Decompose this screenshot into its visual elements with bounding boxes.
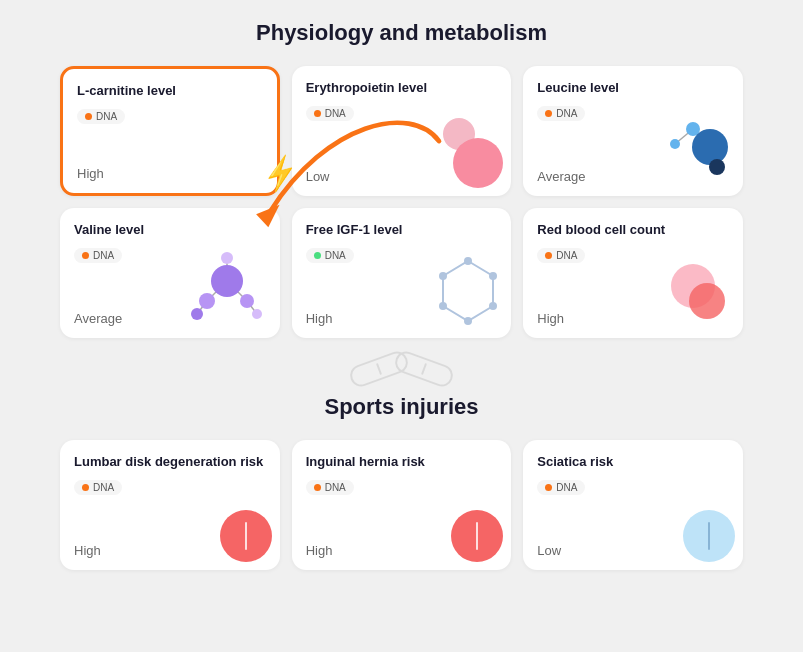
card-sciatica[interactable]: Sciatica risk DNA Low [523,440,743,570]
status-valine: Average [74,311,122,326]
pill-icon-2 [392,348,456,389]
badge-rbc: DNA [537,248,585,263]
dna-dot-inguinal-hernia [314,484,321,491]
svg-point-6 [709,159,725,175]
card-lumbar-disk[interactable]: Lumbar disk degeneration risk DNA High [60,440,280,570]
svg-point-15 [221,252,233,264]
svg-point-23 [439,302,447,310]
card-erythropoietin[interactable]: Erythropoietin level DNA Low [292,66,512,196]
section-title-sports: Sports injuries [60,394,743,420]
svg-point-21 [489,302,497,310]
svg-point-17 [252,309,262,319]
illustration-erythropoietin [433,118,503,188]
status-lumbar-disk: High [74,543,101,558]
card-title-l-carnitine: L-carnitine level [77,83,263,98]
svg-point-13 [199,293,215,309]
card-free-igf1[interactable]: Free IGF-1 level DNA High [292,208,512,338]
svg-marker-18 [443,261,493,321]
dna-dot-erythropoietin [314,110,321,117]
badge-sciatica: DNA [537,480,585,495]
dna-dot-sciatica [545,484,552,491]
card-title-sciatica: Sciatica risk [537,454,729,469]
badge-lumbar-disk: DNA [74,480,122,495]
card-leucine[interactable]: Leucine level DNA Average [523,66,743,196]
illustration-sciatica [683,510,735,562]
dna-dot-rbc [545,252,552,259]
dna-dot-valine [82,252,89,259]
card-title-valine: Valine level [74,222,266,237]
card-title-rbc: Red blood cell count [537,222,729,237]
svg-point-16 [191,308,203,320]
illustration-lumbar-disk [220,510,272,562]
badge-free-igf1: DNA [306,248,354,263]
card-valine[interactable]: Valine level DNA Average [60,208,280,338]
dna-dot-leucine [545,110,552,117]
status-rbc: High [537,311,564,326]
badge-inguinal-hernia: DNA [306,480,354,495]
card-title-erythropoietin: Erythropoietin level [306,80,498,95]
illustration-inguinal-hernia [451,510,503,562]
status-l-carnitine: High [77,166,104,181]
svg-point-19 [464,257,472,265]
physiology-cards-wrapper: L-carnitine level DNA High Erythropoieti… [60,66,743,338]
card-title-lumbar-disk: Lumbar disk degeneration risk [74,454,266,469]
badge-erythropoietin: DNA [306,106,354,121]
card-l-carnitine[interactable]: L-carnitine level DNA High [60,66,280,196]
status-sciatica: Low [537,543,561,558]
dna-dot-l-carnitine [85,113,92,120]
physiology-grid: L-carnitine level DNA High Erythropoieti… [60,66,743,338]
dna-dot-free-igf1 [314,252,321,259]
svg-point-22 [464,317,472,325]
status-free-igf1: High [306,311,333,326]
illustration-rbc [655,256,735,330]
illustration-leucine [655,109,735,188]
illustration-valine [182,246,272,330]
svg-point-4 [692,129,728,165]
card-rbc[interactable]: Red blood cell count DNA High [523,208,743,338]
card-title-inguinal-hernia: Inguinal hernia risk [306,454,498,469]
badge-leucine: DNA [537,106,585,121]
section-title-physiology: Physiology and metabolism [60,20,743,46]
illustration-free-igf1 [433,256,503,330]
card-title-leucine: Leucine level [537,80,729,95]
card-inguinal-hernia[interactable]: Inguinal hernia risk DNA High [292,440,512,570]
svg-point-24 [439,272,447,280]
svg-point-14 [240,294,254,308]
page: Physiology and metabolism L-carnitine le… [0,0,803,620]
status-erythropoietin: Low [306,169,330,184]
card-title-free-igf1: Free IGF-1 level [306,222,498,237]
dna-dot-lumbar-disk [82,484,89,491]
status-leucine: Average [537,169,585,184]
svg-point-20 [489,272,497,280]
svg-point-12 [211,265,243,297]
sports-grid: Lumbar disk degeneration risk DNA High I… [60,440,743,570]
svg-point-26 [689,283,725,319]
badge-l-carnitine: DNA [77,109,125,124]
separator-pills [60,358,743,380]
svg-point-5 [670,139,680,149]
status-inguinal-hernia: High [306,543,333,558]
badge-valine: DNA [74,248,122,263]
